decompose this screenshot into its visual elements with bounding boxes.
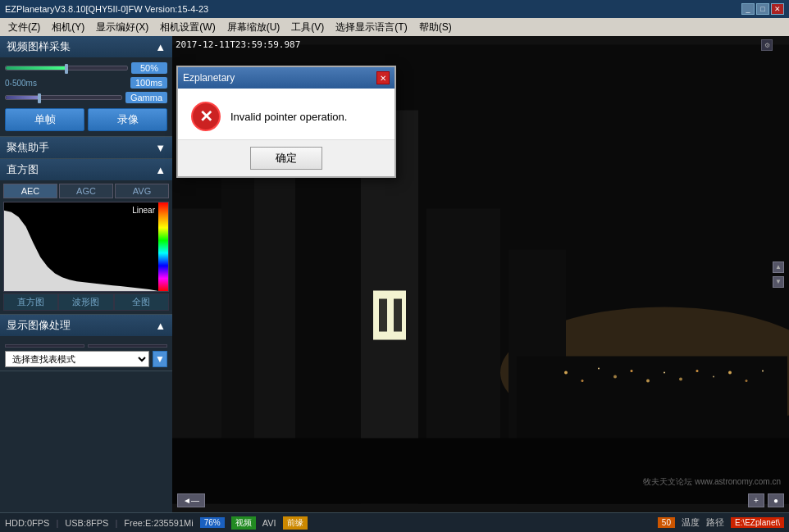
dialog-title: Ezplanetary (183, 72, 235, 84)
dialog-message: Invalid pointer operation. (230, 111, 347, 123)
error-dialog: Ezplanetary ✕ ✕ Invalid pointer operatio… (176, 66, 396, 178)
error-icon: ✕ (191, 102, 221, 131)
dialog-ok-button[interactable]: 确定 (250, 147, 322, 170)
dialog-overlay: Ezplanetary ✕ ✕ Invalid pointer operatio… (0, 0, 789, 532)
dialog-footer: 确定 (178, 139, 394, 176)
dialog-titlebar: Ezplanetary ✕ (178, 67, 394, 89)
dialog-body: ✕ Invalid pointer operation. (178, 89, 394, 139)
dialog-close-button[interactable]: ✕ (376, 71, 390, 84)
